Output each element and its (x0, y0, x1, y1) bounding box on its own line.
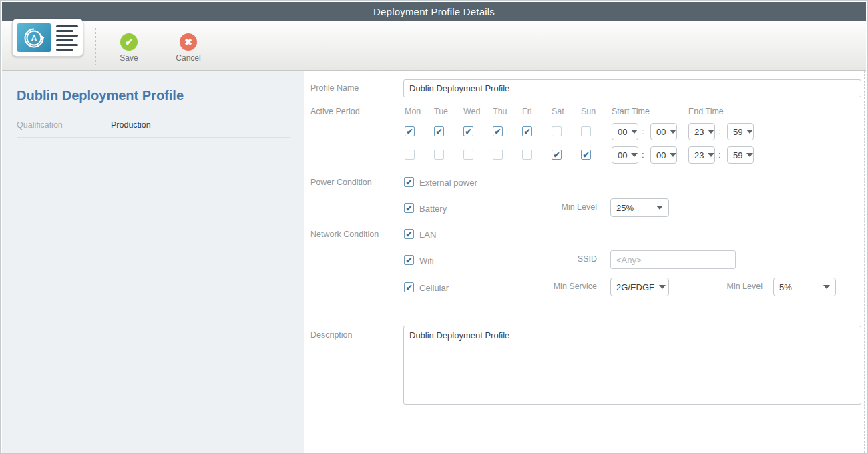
qualification-value: Production (111, 120, 151, 130)
document-lines-icon (56, 25, 78, 51)
start-minute-select-row2[interactable]: 00 (650, 146, 677, 164)
battery-min-level-select[interactable]: 25% (610, 198, 669, 217)
active-period-label: Active Period (310, 107, 360, 116)
day-label-sat: Sat (552, 107, 564, 116)
battery-checkbox[interactable] (404, 203, 414, 213)
time-colon: : (718, 150, 721, 160)
battery-min-level-label: Min Level (517, 202, 597, 212)
day-checkbox-mon-row1[interactable] (405, 126, 415, 136)
lan-label: LAN (419, 230, 436, 240)
chevron-down-icon (708, 153, 714, 157)
panel-splitter[interactable] (864, 71, 865, 453)
wifi-label: Wifi (419, 256, 434, 266)
chevron-down-icon (631, 153, 638, 157)
day-checkbox-sun-row2[interactable] (581, 150, 591, 160)
power-condition-label: Power Condition (310, 178, 372, 187)
profile-title: Dublin Deployment Profile (17, 88, 184, 103)
profile-name-input[interactable] (403, 79, 861, 97)
ssid-input[interactable] (610, 250, 736, 269)
summary-panel: Dublin Deployment Profile Qualification … (2, 71, 304, 453)
start-minute-select-row1[interactable]: 00 (650, 123, 677, 140)
app-icon: A (12, 19, 83, 57)
network-condition-label: Network Condition (310, 230, 379, 239)
chevron-down-icon (746, 130, 753, 134)
day-checkbox-thu-row1[interactable] (493, 126, 503, 136)
details-form: Profile Name Active Period Mon Tue Wed T… (304, 71, 868, 453)
chevron-down-icon (631, 130, 638, 134)
end-minute-select-row1[interactable]: 59 (727, 123, 754, 140)
time-colon: : (642, 126, 644, 136)
day-label-thu: Thu (493, 107, 507, 116)
ssid-label: SSID (517, 254, 597, 264)
content-area: Dublin Deployment Profile Qualification … (2, 71, 866, 453)
save-button[interactable]: ✔ Save (107, 33, 150, 63)
battery-label: Battery (419, 204, 447, 214)
titlebar: Deployment Profile Details (2, 2, 866, 21)
wifi-checkbox[interactable] (404, 255, 414, 265)
cellular-checkbox[interactable] (404, 282, 414, 292)
day-checkbox-wed-row2[interactable] (463, 150, 473, 160)
chevron-down-icon (708, 130, 714, 134)
save-button-label: Save (120, 53, 138, 63)
cellular-min-level-select[interactable]: 5% (773, 278, 836, 296)
chevron-down-icon (659, 285, 666, 289)
save-check-icon: ✔ (120, 33, 138, 51)
start-hour-select-row2[interactable]: 00 (612, 146, 638, 164)
day-checkbox-sat-row1[interactable] (552, 126, 562, 136)
profile-name-label: Profile Name (310, 83, 359, 93)
chevron-down-icon (670, 130, 676, 134)
deployment-profile-icon: A (17, 23, 51, 52)
cellular-min-level-label: Min Level (685, 282, 763, 291)
day-checkbox-sat-row2[interactable] (552, 150, 562, 160)
cellular-label: Cellular (419, 283, 449, 293)
time-colon: : (718, 126, 721, 136)
chevron-down-icon (670, 153, 676, 157)
cancel-x-icon: ✖ (180, 33, 197, 51)
day-checkbox-thu-row2[interactable] (493, 150, 503, 160)
description-textarea[interactable]: Dublin Deployment Profile (403, 326, 861, 405)
day-label-tue: Tue (434, 107, 448, 116)
day-checkbox-mon-row2[interactable] (405, 150, 415, 160)
description-label: Description (310, 330, 353, 340)
day-checkbox-tue-row2[interactable] (434, 150, 444, 160)
day-checkbox-sun-row1[interactable] (581, 126, 591, 136)
day-label-wed: Wed (463, 107, 480, 116)
deployment-profile-window: Deployment Profile Details A ✔ Save ✖ Ca… (0, 0, 868, 454)
start-hour-select-row1[interactable]: 00 (612, 123, 638, 140)
external-power-checkbox[interactable] (404, 177, 414, 187)
day-checkbox-fri-row1[interactable] (522, 126, 532, 136)
day-label-sun: Sun (581, 107, 596, 116)
day-checkbox-wed-row1[interactable] (463, 126, 473, 136)
end-minute-select-row2[interactable]: 59 (727, 146, 754, 164)
window-title: Deployment Profile Details (373, 6, 495, 17)
day-checkbox-fri-row2[interactable] (522, 150, 532, 160)
time-colon: : (642, 150, 644, 160)
cancel-button-label: Cancel (176, 53, 200, 63)
qualification-label: Qualification (17, 120, 63, 130)
day-checkbox-tue-row1[interactable] (434, 126, 444, 136)
svg-text:A: A (31, 33, 37, 43)
cellular-min-service-label: Min Service (517, 282, 597, 291)
chevron-down-icon (746, 153, 753, 157)
cancel-button[interactable]: ✖ Cancel (167, 33, 210, 63)
lan-checkbox[interactable] (404, 229, 414, 239)
toolbar-separator (95, 27, 96, 65)
day-label-mon: Mon (405, 107, 421, 116)
summary-divider (17, 137, 290, 138)
cellular-min-service-select[interactable]: 2G/EDGE (610, 278, 669, 296)
chevron-down-icon (823, 285, 830, 289)
external-power-label: External power (419, 178, 477, 188)
chevron-down-icon (656, 206, 663, 210)
start-time-label: Start Time (612, 107, 650, 116)
end-hour-select-row2[interactable]: 23 (688, 146, 715, 164)
end-hour-select-row1[interactable]: 23 (688, 123, 715, 140)
circular-arrow-a-icon: A (22, 26, 46, 50)
toolbar: A ✔ Save ✖ Cancel (2, 21, 866, 71)
day-label-fri: Fri (522, 107, 532, 116)
end-time-label: End Time (688, 107, 724, 116)
